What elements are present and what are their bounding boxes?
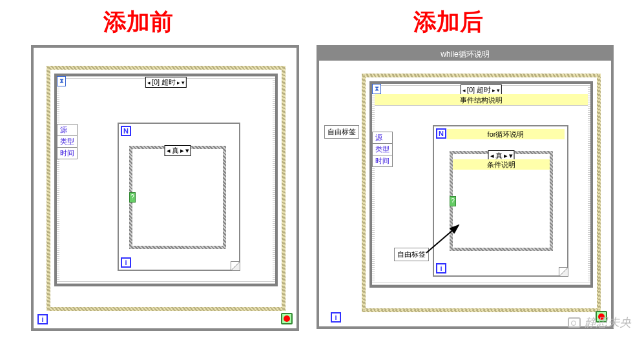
event-data-terminals: 源 类型 时间 [57,124,78,159]
wechat-icon [568,317,581,328]
event-case-label: [0] 超时 [467,85,491,95]
timeout-terminal-icon[interactable]: ⧗ [57,76,66,86]
for-n-terminal[interactable]: N [121,126,131,136]
prev-case-icon[interactable]: ◂ [147,79,151,86]
title-before: 添加前 [103,6,173,38]
prev-case-icon[interactable]: ◂ [462,87,466,94]
panel-after: while循环说明 自由标签 ◂ [0] 超时 ▸ ▾ 事件结构说明 ⧗ 源 [317,45,614,329]
panel-before: ◂ [0] 超时 ▸ ▾ ⧗ 源 类型 时间 N i [31,45,299,331]
prev-case-icon[interactable]: ◂ [167,146,171,155]
terminal-source[interactable]: 源 [372,132,393,144]
while-subdiagram-label: while循环说明 [319,48,611,61]
next-case-icon[interactable]: ▸ [180,146,184,155]
terminal-type[interactable]: 类型 [372,143,393,155]
while-iteration-terminal[interactable]: i [37,314,48,324]
event-case-label: [0] 超时 [152,77,176,87]
timeout-terminal-icon[interactable]: ⧗ [372,84,381,94]
event-structure-after[interactable]: ◂ [0] 超时 ▸ ▾ 事件结构说明 ⧗ 源 类型 时间 [369,81,593,288]
for-n-terminal[interactable]: N [436,128,446,139]
while-loop-before[interactable]: ◂ [0] 超时 ▸ ▾ ⧗ 源 类型 时间 N i [47,66,286,311]
terminal-type[interactable]: 类型 [57,135,78,148]
case-selector[interactable]: ◂ 真 ▸ ▾ [165,145,191,156]
event-data-terminals: 源 类型 时间 [372,132,393,166]
for-i-terminal[interactable]: i [436,263,446,273]
watermark: 静思未央 [568,315,631,330]
case-selector-terminal[interactable]: ? [129,192,136,203]
case-structure-before[interactable]: ◂ 真 ▸ ▾ ? [129,146,226,249]
page-fold-icon [231,261,240,270]
terminal-time[interactable]: 时间 [57,147,78,159]
case-label: 真 [172,146,179,155]
while-stop-terminal[interactable] [281,313,293,324]
arrow-annotation [426,222,465,254]
case-menu-icon[interactable]: ▾ [182,79,185,86]
event-desc-label: 事件结构说明 [375,94,588,106]
page-fold-icon [559,267,568,276]
case-structure-after[interactable]: ◂ 真 ▸ ▾ 条件说明 ? [450,151,553,251]
next-case-icon[interactable]: ▸ [177,79,180,86]
while-iteration-terminal[interactable]: i [331,312,341,323]
case-menu-icon[interactable]: ▾ [185,146,189,155]
free-label-inner[interactable]: 自由标签 [394,248,429,261]
svg-line-1 [426,225,459,253]
event-case-selector[interactable]: ◂ [0] 超时 ▸ ▾ [145,77,187,88]
while-loop-after[interactable]: ◂ [0] 超时 ▸ ▾ 事件结构说明 ⧗ 源 类型 时间 [362,74,601,312]
event-structure-before[interactable]: ◂ [0] 超时 ▸ ▾ ⧗ 源 类型 时间 N i [54,74,278,286]
for-i-terminal[interactable]: i [121,257,131,268]
free-label-outer[interactable]: 自由标签 [324,125,359,139]
case-selector-terminal[interactable]: ? [450,196,456,206]
terminal-time[interactable]: 时间 [372,155,393,167]
watermark-text: 静思未央 [585,315,631,330]
case-menu-icon[interactable]: ▾ [497,87,500,94]
next-case-icon[interactable]: ▸ [492,87,495,94]
for-desc-label: for循环说明 [447,129,565,139]
for-loop-before[interactable]: N i ◂ 真 ▸ ▾ ? [118,123,240,271]
case-desc-label: 条件说明 [453,159,550,170]
terminal-source[interactable]: 源 [57,124,78,136]
title-after: 添加后 [413,6,483,38]
